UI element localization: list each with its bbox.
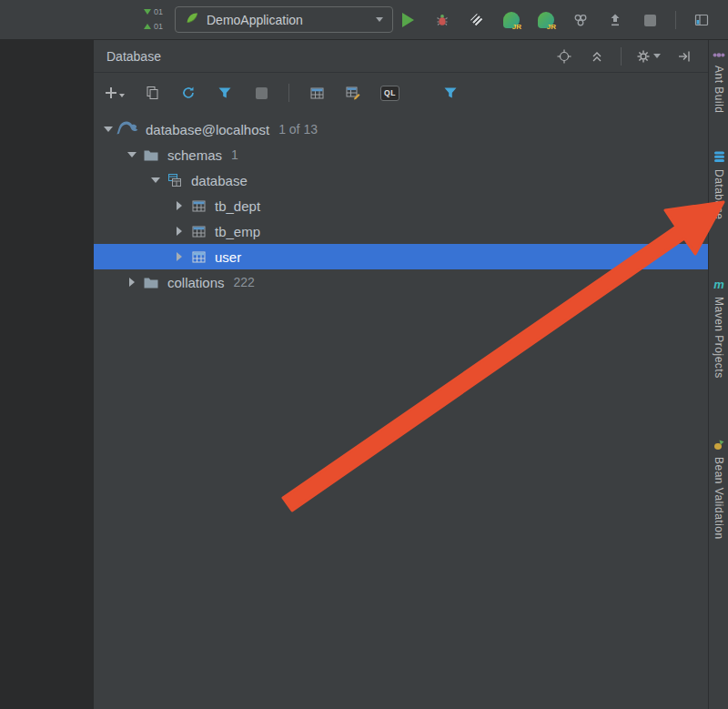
outgoing-commits-icon xyxy=(144,24,151,29)
plus-icon xyxy=(105,86,117,99)
header-actions xyxy=(555,40,693,72)
chevron-collapsed-icon[interactable] xyxy=(172,249,187,264)
tree-row-table-tb-dept[interactable]: tb_dept xyxy=(94,193,708,218)
vcs-incoming-row: 01 xyxy=(144,5,163,17)
profiler-icon xyxy=(573,13,588,27)
sql-console-button[interactable]: QL xyxy=(380,86,399,101)
vcs-update-widget[interactable]: 01 01 xyxy=(144,5,163,32)
disconnect-button[interactable] xyxy=(252,84,270,102)
refresh-icon xyxy=(181,86,196,100)
table-icon xyxy=(188,222,208,240)
toolbar-separator xyxy=(675,11,676,29)
jrebel-run-icon: JR xyxy=(503,12,520,28)
tool-windows-button[interactable] xyxy=(693,11,711,29)
gear-icon xyxy=(636,49,651,64)
tree-label: database xyxy=(191,173,248,188)
bean-validation-icon xyxy=(713,439,725,451)
chevron-down-icon xyxy=(376,17,383,22)
modify-table-button[interactable] xyxy=(344,84,362,102)
stop-icon xyxy=(644,15,656,26)
locate-icon xyxy=(557,49,571,64)
chevron-down-icon xyxy=(119,94,125,97)
tool-windows-icon xyxy=(694,13,709,27)
tree-row-schemas[interactable]: schemas 1 xyxy=(94,142,708,167)
filter-button[interactable] xyxy=(441,84,460,102)
tab-label: Database xyxy=(713,169,725,219)
hide-tool-window-button[interactable] xyxy=(675,47,693,66)
tab-maven-projects[interactable]: m Maven Projects xyxy=(709,279,728,379)
incoming-count: 01 xyxy=(154,7,163,16)
table-icon xyxy=(310,86,324,100)
chevron-expanded-icon[interactable] xyxy=(148,173,163,187)
tab-label: Bean Validation xyxy=(713,457,725,540)
toolbar-separator xyxy=(288,84,289,102)
tab-ant-build[interactable]: Ant Build xyxy=(709,51,728,114)
collapse-all-button[interactable] xyxy=(588,47,606,66)
chevron-collapsed-icon[interactable] xyxy=(172,224,187,238)
run-with-jrebel-button[interactable]: JR xyxy=(502,11,521,29)
run-configuration-label: DemoApplication xyxy=(207,13,303,27)
synchronize-button[interactable] xyxy=(179,84,197,102)
right-tool-window-stripe: Ant Build Database m Maven Projects Bean… xyxy=(708,40,728,709)
debug-with-jrebel-button[interactable]: JR xyxy=(537,11,555,29)
chevron-collapsed-icon[interactable] xyxy=(125,275,139,289)
run-button[interactable] xyxy=(399,11,417,29)
tool-window-title: Database xyxy=(106,49,161,64)
run-actions-group: JR JR xyxy=(399,0,728,40)
locate-object-button[interactable] xyxy=(555,47,573,66)
database-icon xyxy=(713,151,725,163)
run-configuration-select[interactable]: DemoApplication xyxy=(175,6,393,33)
add-data-source-button[interactable] xyxy=(105,86,125,99)
outgoing-count: 01 xyxy=(154,22,163,31)
maven-icon: m xyxy=(713,279,724,290)
debug-button[interactable] xyxy=(433,11,451,29)
folder-icon xyxy=(141,146,161,164)
database-toolbar: QL xyxy=(94,73,708,113)
table-view-button[interactable] xyxy=(308,84,326,102)
tree-row-collations[interactable]: collations 222 xyxy=(94,269,708,295)
ant-icon xyxy=(713,51,725,59)
update-application-button[interactable] xyxy=(606,11,624,29)
data-source-properties-button[interactable] xyxy=(216,84,234,102)
tree-row-datasource[interactable]: database@localhost 1 of 13 xyxy=(94,116,708,142)
play-icon xyxy=(402,13,414,27)
bug-icon xyxy=(435,13,450,27)
tree-label: collations xyxy=(167,275,225,290)
main-toolbar: 01 01 DemoApplication xyxy=(0,0,728,40)
mysql-datasource-icon xyxy=(116,120,139,138)
tab-label: Maven Projects xyxy=(713,297,725,379)
tab-label: Ant Build xyxy=(713,66,725,114)
tab-bean-validation[interactable]: Bean Validation xyxy=(709,439,728,540)
chevron-down-icon xyxy=(653,54,661,58)
settings-menu-button[interactable] xyxy=(636,49,661,64)
tree-label: database@localhost xyxy=(146,122,269,137)
stop-button[interactable] xyxy=(641,11,659,29)
duplicate-button[interactable] xyxy=(143,84,161,102)
incoming-commits-icon xyxy=(144,9,151,15)
collapse-all-icon xyxy=(590,49,604,64)
copy-icon xyxy=(146,86,159,100)
database-tool-window: Database xyxy=(94,40,708,709)
tree-row-schema-database[interactable]: database xyxy=(94,167,708,193)
tab-database[interactable]: Database xyxy=(709,151,728,219)
tree-badge: 222 xyxy=(234,275,255,289)
tree-row-table-tb-emp[interactable]: tb_emp xyxy=(94,218,708,244)
data-source-properties-icon xyxy=(217,86,232,100)
tree-badge: 1 of 13 xyxy=(278,122,318,137)
tree-label: tb_emp xyxy=(215,224,260,239)
tree-label: user xyxy=(215,249,241,265)
spring-boot-icon xyxy=(185,11,199,29)
header-separator xyxy=(621,47,622,66)
chevron-expanded-icon[interactable] xyxy=(101,122,116,137)
ide-window: 01 01 DemoApplication xyxy=(0,0,728,709)
run-with-coverage-button[interactable] xyxy=(468,11,486,29)
chevron-collapsed-icon[interactable] xyxy=(172,198,187,213)
tree-label: tb_dept xyxy=(215,198,260,214)
filter-icon xyxy=(443,86,458,100)
jrebel-debug-icon: JR xyxy=(538,12,554,28)
hide-icon xyxy=(677,49,692,64)
profiler-button[interactable] xyxy=(571,11,590,29)
vcs-outgoing-row: 01 xyxy=(144,20,163,32)
chevron-expanded-icon[interactable] xyxy=(125,147,139,162)
tree-row-table-user[interactable]: user xyxy=(94,244,708,269)
